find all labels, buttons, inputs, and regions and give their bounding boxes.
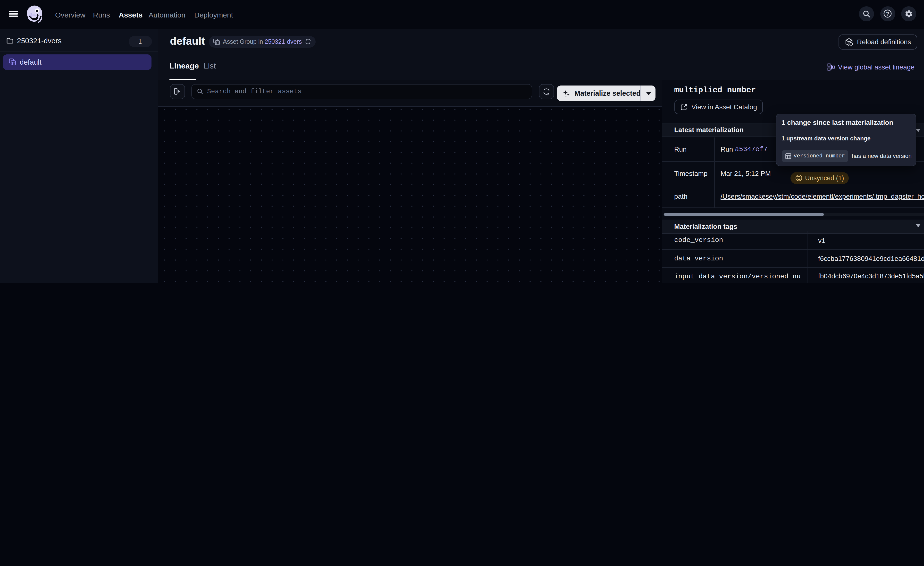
- svg-text:?: ?: [886, 11, 889, 17]
